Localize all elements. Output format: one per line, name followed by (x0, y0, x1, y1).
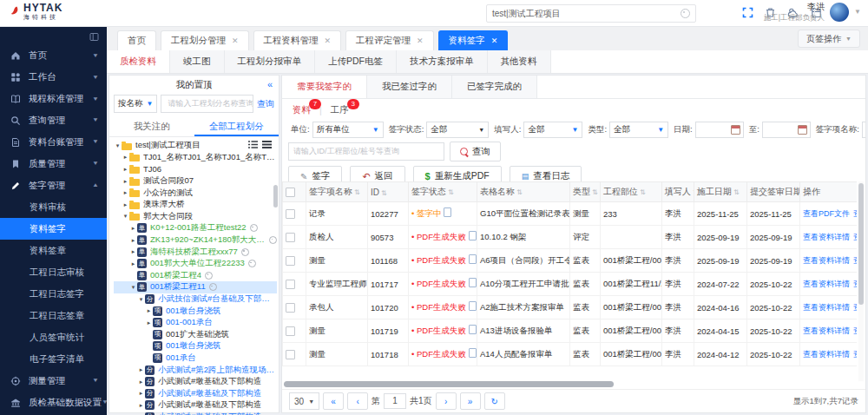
sidebar-item-15[interactable]: 测量管理▼ (0, 370, 107, 392)
tree-expanded-icon[interactable]: ▾ (137, 296, 145, 303)
row-checkbox[interactable] (286, 256, 295, 266)
date-to-input[interactable] (762, 122, 811, 138)
doc-tab-2[interactable]: 工程划分报审单 (225, 50, 316, 73)
op-link[interactable]: 查看关联资料 (853, 303, 857, 312)
tree-node-23[interactable]: ▸分小武测试#墩基础及下部构造 (114, 412, 277, 415)
op-link[interactable]: 查看关联资料 (853, 350, 857, 359)
window-tab-4[interactable]: 资料签字✕ (438, 30, 509, 50)
gear-icon[interactable] (248, 260, 256, 267)
op-link[interactable]: 查看资料详情 (803, 303, 850, 312)
tree-collapsed-icon[interactable]: ▸ (129, 225, 137, 232)
window-tab-3[interactable]: 工程评定管理✕ (345, 30, 434, 50)
tree-collapsed-icon[interactable]: ▸ (122, 154, 129, 161)
search-button[interactable]: 查询 (450, 142, 501, 161)
keyword-input[interactable]: 请输入ID/工程部位/桩号等查询 (288, 142, 444, 161)
sort-icon[interactable]: ⇅ (354, 188, 360, 196)
tree-node-7[interactable]: ▸单K0+12-001路基工程test22 (114, 222, 277, 234)
next-page-button[interactable]: › (436, 392, 457, 410)
tree-node-3[interactable]: ▸测试合同段07 (114, 175, 277, 188)
tree-tab-1[interactable]: 全部工程划分 (194, 116, 279, 136)
status-select[interactable]: 全部▼ (426, 122, 489, 138)
sidebar-item-0[interactable]: 首页▼ (0, 44, 107, 66)
tree-collapsed-icon[interactable]: ▸ (129, 237, 137, 244)
tree-collapsed-icon[interactable]: ▸ (122, 201, 129, 208)
document-icon[interactable] (469, 325, 477, 334)
sidebar-item-4[interactable]: 资料台账管理▼ (0, 131, 107, 153)
sidebar-collapse-icon[interactable] (89, 32, 99, 42)
tree-expanded-icon[interactable]: ▾ (114, 142, 122, 149)
tree-node-8[interactable]: ▸单ZK13+920~ZK14+180郭大大单位工程4... (114, 234, 277, 247)
tree-node-16[interactable]: 项001扩大基础浇筑 (114, 329, 277, 341)
op-link[interactable]: 查看关联资料 (853, 280, 857, 288)
doc-tab-5[interactable]: 其他资料 (488, 50, 551, 73)
op-link[interactable]: 查看关联资料 (853, 233, 857, 241)
sidebar-item-3[interactable]: 查询管理▼ (0, 109, 107, 131)
close-icon[interactable]: ✕ (232, 36, 239, 45)
list-view-icon[interactable] (248, 141, 258, 149)
page-size-select[interactable]: 30▼ (289, 392, 319, 410)
search-type-select[interactable]: 按名称 ▼ (114, 95, 157, 113)
document-icon[interactable] (469, 301, 477, 311)
column-header-1[interactable]: ID⇅ (368, 182, 409, 202)
op-link[interactable]: 查看资料详情 (803, 280, 850, 288)
document-icon[interactable] (469, 254, 477, 264)
tree-node-22[interactable]: ▸分小武测试#墩基础及下部构造 (114, 399, 277, 412)
op-link[interactable]: 查看关联资料 (853, 256, 857, 265)
tree-collapsed-icon[interactable]: ▸ (137, 402, 145, 409)
sidebar-item-8[interactable]: 资料签字 (0, 218, 107, 240)
tree-node-6[interactable]: ▾郭大大合同段 (114, 211, 277, 223)
gear-icon[interactable] (209, 283, 217, 291)
prev-page-button[interactable]: ‹ (347, 392, 368, 410)
tree-node-9[interactable]: ▸单海特科技桥梁工程xxx77 (114, 246, 277, 258)
op-link[interactable]: 查看资料详情 (803, 256, 850, 265)
project-selector[interactable]: test|测试工程项目 (486, 4, 696, 23)
tree-node-5[interactable]: ▸澳珠潭大桥 (114, 199, 277, 211)
doc-tab-3[interactable]: 上传PDF电签 (315, 50, 397, 73)
sort-icon[interactable]: ⇅ (733, 188, 740, 196)
tree-collapsed-icon[interactable]: ▸ (137, 390, 145, 397)
tree-node-12[interactable]: ▾单001桥梁工程11 (114, 281, 277, 293)
tree-node-21[interactable]: ▸分小武测试#墩基础及下部构造 (114, 387, 277, 399)
date-from-input[interactable] (695, 122, 744, 138)
sign-tab-2[interactable]: 已签字完成的 (452, 76, 537, 98)
tree-expanded-icon[interactable]: ▾ (129, 284, 137, 291)
page-number-input[interactable]: 1 (384, 393, 406, 409)
tree-collapsed-icon[interactable]: ▸ (122, 178, 129, 185)
sidebar-item-11[interactable]: 工程日志签字 (0, 283, 107, 305)
tree-node-1[interactable]: ▸TJ01_名称TJ01_名称TJ01_名称TJ01_名称TJ0... (114, 152, 277, 164)
tree-collapsed-icon[interactable]: ▸ (129, 260, 137, 267)
row-checkbox[interactable] (286, 280, 295, 289)
close-icon[interactable]: ✕ (417, 36, 424, 45)
column-header-8[interactable]: 提交签审日期⇅ (747, 182, 800, 202)
column-header-0[interactable]: 签字项名称⇅ (306, 182, 368, 202)
vertical-scrollbar[interactable] (858, 181, 864, 381)
tree-collapsed-icon[interactable]: ▸ (145, 307, 153, 314)
document-icon[interactable] (444, 208, 451, 217)
column-header-2[interactable]: 签字状态⇅ (409, 182, 477, 202)
tree-node-17[interactable]: 项001墩台身浇筑 (114, 340, 277, 352)
close-icon[interactable]: ✕ (491, 36, 498, 45)
tree-search-button[interactable]: 查询 (257, 98, 274, 110)
document-icon[interactable] (469, 348, 477, 358)
tree-collapsed-icon[interactable]: ▸ (137, 366, 145, 373)
tree-node-10[interactable]: ▸单001郭大大单位工程22233 (114, 258, 277, 270)
gear-icon[interactable] (269, 236, 277, 244)
doc-tab-0[interactable]: 质检资料 (107, 50, 170, 73)
avatar[interactable] (830, 3, 849, 22)
row-checkbox[interactable] (286, 209, 295, 219)
type-select[interactable]: 全部▼ (609, 122, 668, 138)
project-settings-icon[interactable] (681, 9, 690, 18)
op-link[interactable]: 查看资料详情 (803, 326, 850, 335)
sort-icon[interactable]: ⇅ (516, 188, 523, 196)
tree-search-input[interactable]: 请输入工程划分名称查询 (161, 95, 253, 113)
column-header-4[interactable]: 类型⇅ (570, 182, 601, 202)
tree-node-15[interactable]: ▸项001-001承台 (114, 317, 277, 329)
menu-view-icon[interactable] (262, 141, 272, 149)
select-all-checkbox[interactable] (286, 188, 295, 197)
sidebar-item-7[interactable]: 资料审核 (0, 196, 107, 218)
sidebar-item-13[interactable]: 人员签审统计 (0, 326, 107, 348)
tree-collapsed-icon[interactable]: ▸ (122, 189, 129, 196)
tree-collapsed-icon[interactable]: ▸ (137, 379, 145, 385)
tree-node-11[interactable]: 单001桥梁工程4 (114, 270, 277, 282)
close-icon[interactable]: ✕ (325, 36, 332, 45)
